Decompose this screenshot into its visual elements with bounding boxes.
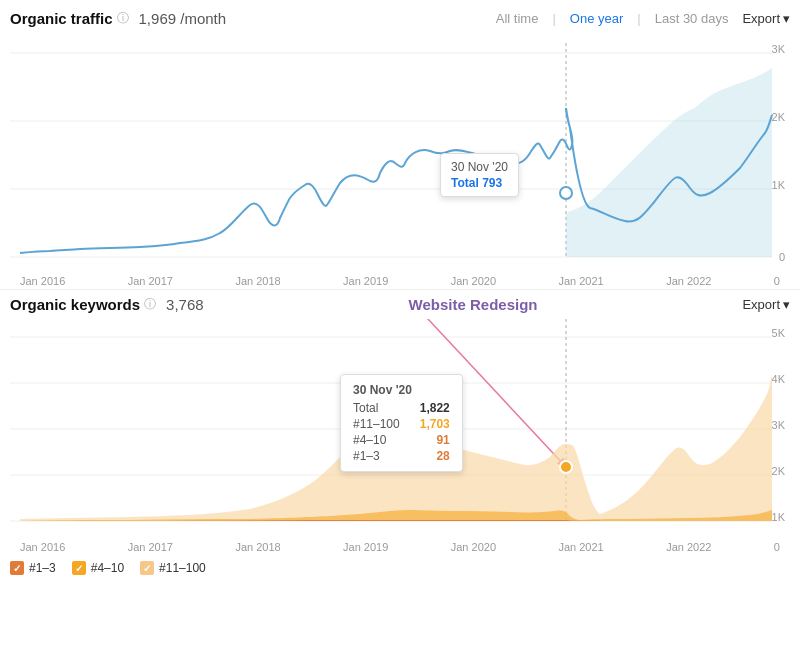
legend-label-1-3: #1–3 — [29, 561, 56, 575]
keywords-chart-area: 5K 4K 3K 2K 1K — [10, 319, 790, 539]
traffic-chart-area: 3K 2K 1K 0 30 Nov '20 — [10, 33, 790, 273]
x-label-4: Jan 2020 — [451, 275, 496, 287]
svg-text:3K: 3K — [772, 43, 786, 55]
traffic-info-icon[interactable]: ⓘ — [117, 10, 129, 27]
svg-text:0: 0 — [779, 251, 785, 263]
export-chevron-icon: ▾ — [783, 11, 790, 26]
svg-text:1K: 1K — [772, 179, 786, 191]
traffic-tooltip: 30 Nov '20 Total 793 — [440, 153, 519, 197]
kw-x-label-0: Jan 2016 — [20, 541, 65, 553]
legend-item-1-3[interactable]: ✓ #1–3 — [10, 561, 56, 575]
legend-check-4-10: ✓ — [72, 561, 86, 575]
traffic-tooltip-total: Total 793 — [451, 176, 508, 190]
kw-x-label-6: Jan 2022 — [666, 541, 711, 553]
traffic-export-btn[interactable]: Export ▾ — [742, 11, 790, 26]
kw-x-label-4: Jan 2020 — [451, 541, 496, 553]
keywords-export-chevron-icon: ▾ — [783, 297, 790, 312]
keywords-title: Organic keywords — [10, 296, 140, 313]
main-container: Organic traffic ⓘ 1,969 /month All time … — [0, 0, 800, 654]
x-label-3: Jan 2019 — [343, 275, 388, 287]
legend-label-11-100: #11–100 — [159, 561, 206, 575]
x-label-1: Jan 2017 — [128, 275, 173, 287]
all-time-btn[interactable]: All time — [496, 11, 539, 26]
kw-x-label-7: 0 — [774, 541, 780, 553]
website-redesign-annotation: Website Redesign — [409, 296, 538, 313]
traffic-title: Organic traffic — [10, 10, 113, 27]
traffic-x-axis: Jan 2016 Jan 2017 Jan 2018 Jan 2019 Jan … — [10, 273, 790, 289]
keywords-total-value: 1,822 — [420, 401, 450, 415]
kw-x-label-5: Jan 2021 — [558, 541, 603, 553]
keywords-export-btn[interactable]: Export ▾ — [742, 297, 790, 312]
keywords-tooltip-total-row: Total 1,822 — [353, 401, 450, 415]
legend-check-1-3: ✓ — [10, 561, 24, 575]
one-year-btn[interactable]: One year — [570, 11, 623, 26]
x-label-2: Jan 2018 — [235, 275, 280, 287]
kw-x-label-2: Jan 2018 — [235, 541, 280, 553]
legend-item-4-10[interactable]: ✓ #4–10 — [72, 561, 124, 575]
organic-traffic-section: Organic traffic ⓘ 1,969 /month All time … — [0, 0, 800, 289]
keywords-val-1-3: 28 — [436, 449, 449, 463]
x-label-0: Jan 2016 — [20, 275, 65, 287]
x-label-7: 0 — [774, 275, 780, 287]
traffic-metric: 1,969 /month — [139, 10, 227, 27]
legend-item-11-100[interactable]: ✓ #11–100 — [140, 561, 206, 575]
traffic-chart-svg: 3K 2K 1K 0 — [10, 33, 790, 273]
svg-text:3K: 3K — [772, 419, 786, 431]
keywords-legend: ✓ #1–3 ✓ #4–10 ✓ #11–100 — [0, 555, 800, 581]
keywords-val-4-10: 91 — [436, 433, 449, 447]
keywords-total-label: Total — [353, 401, 378, 415]
svg-text:5K: 5K — [772, 327, 786, 339]
keywords-row-11-100: #11–100 1,703 — [353, 417, 450, 431]
traffic-chart-header: Organic traffic ⓘ 1,969 /month All time … — [10, 10, 790, 27]
keywords-metric: 3,768 — [166, 296, 204, 313]
keywords-chart-header: Organic keywords ⓘ 3,768 Website Redesig… — [10, 296, 790, 313]
organic-keywords-section: Organic keywords ⓘ 3,768 Website Redesig… — [0, 289, 800, 555]
keywords-label-4-10: #4–10 — [353, 433, 386, 447]
svg-text:2K: 2K — [772, 111, 786, 123]
svg-text:1K: 1K — [772, 511, 786, 523]
keywords-row-1-3: #1–3 28 — [353, 449, 450, 463]
svg-text:2K: 2K — [772, 465, 786, 477]
keywords-tooltip-date: 30 Nov '20 — [353, 383, 450, 397]
keywords-label-11-100: #11–100 — [353, 417, 400, 431]
x-label-5: Jan 2021 — [558, 275, 603, 287]
traffic-tooltip-label: Total — [451, 176, 479, 190]
traffic-tooltip-value: 793 — [482, 176, 502, 190]
keywords-label-1-3: #1–3 — [353, 449, 380, 463]
last-30-btn[interactable]: Last 30 days — [655, 11, 729, 26]
legend-check-11-100: ✓ — [140, 561, 154, 575]
keywords-info-icon[interactable]: ⓘ — [144, 296, 156, 313]
svg-point-9 — [560, 187, 572, 199]
keywords-x-axis: Jan 2016 Jan 2017 Jan 2018 Jan 2019 Jan … — [10, 539, 790, 555]
keywords-tooltip: 30 Nov '20 Total 1,822 #11–100 1,703 #4–… — [340, 374, 463, 472]
keywords-val-11-100: 1,703 — [420, 417, 450, 431]
svg-point-23 — [560, 461, 572, 473]
keywords-row-4-10: #4–10 91 — [353, 433, 450, 447]
kw-x-label-3: Jan 2019 — [343, 541, 388, 553]
svg-text:4K: 4K — [772, 373, 786, 385]
x-label-6: Jan 2022 — [666, 275, 711, 287]
legend-label-4-10: #4–10 — [91, 561, 124, 575]
traffic-tooltip-date: 30 Nov '20 — [451, 160, 508, 174]
kw-x-label-1: Jan 2017 — [128, 541, 173, 553]
traffic-controls: All time | One year | Last 30 days Expor… — [496, 11, 790, 26]
